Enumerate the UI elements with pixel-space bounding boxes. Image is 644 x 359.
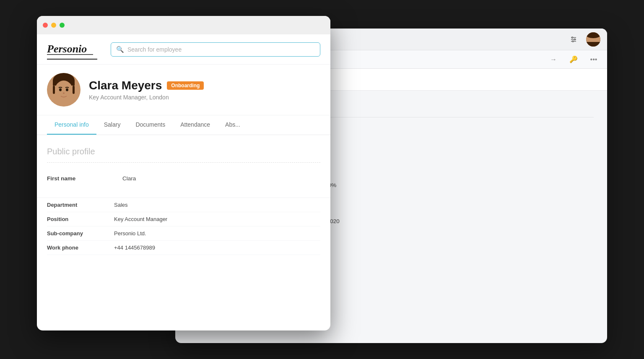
table-label-position: Position <box>47 216 114 222</box>
tab-documents[interactable]: Documents <box>128 115 173 135</box>
user-avatar[interactable] <box>586 32 600 47</box>
profile-content: Public profile First name Clara <box>37 135 330 198</box>
tab-absence[interactable]: Abs... <box>218 115 248 135</box>
public-profile-heading: Public profile <box>47 147 320 156</box>
table-row-subcompany: Sub-company Personio Ltd. <box>47 226 320 241</box>
svg-rect-16 <box>73 86 75 94</box>
table-label-subcompany: Sub-company <box>47 230 114 237</box>
svg-point-12 <box>59 88 62 91</box>
svg-text:Personio: Personio <box>47 43 87 55</box>
employee-avatar <box>47 73 80 107</box>
employee-status-badge: Onboarding <box>167 81 204 90</box>
field-label-firstname: First name <box>47 175 122 182</box>
avatar-image <box>586 32 600 47</box>
search-icon: 🔍 <box>116 46 124 53</box>
chrome-close-button[interactable] <box>43 23 48 28</box>
table-row-workphone: Work phone +44 1445678989 <box>47 241 320 255</box>
personio-logo: Personio <box>47 41 97 58</box>
employee-avatar-svg <box>47 73 80 107</box>
table-label-department: Department <box>47 202 114 208</box>
scene: → 🔑 ••• Onboarding History Roles Notes H… <box>37 16 607 343</box>
tab-salary[interactable]: Salary <box>96 115 128 135</box>
table-row-position: Position Key Account Manager <box>47 212 320 226</box>
chrome-maximize-button[interactable] <box>60 23 65 28</box>
table-value-position: Key Account Manager <box>114 216 167 222</box>
table-row-department: Department Sales <box>47 198 320 212</box>
svg-point-14 <box>63 93 65 94</box>
key-icon[interactable]: 🔑 <box>567 53 580 66</box>
field-value-firstname: Clara <box>122 175 136 182</box>
filter-icon[interactable] <box>567 33 580 46</box>
employee-header: Clara Meyers Onboarding Key Account Mana… <box>37 65 330 115</box>
field-row-firstname: First name Clara <box>47 171 320 186</box>
table-value-subcompany: Personio Ltd. <box>114 230 146 237</box>
profile-tab-bar: Personal info Salary Documents Attendanc… <box>37 115 330 135</box>
employee-info: Clara Meyers Onboarding Key Account Mana… <box>89 79 320 101</box>
svg-point-11 <box>55 81 73 102</box>
tab-attendance[interactable]: Attendance <box>173 115 218 135</box>
login-icon[interactable]: → <box>547 53 560 66</box>
content-divider <box>47 162 320 163</box>
chrome-minimize-button[interactable] <box>51 23 56 28</box>
svg-point-4 <box>574 39 576 40</box>
table-label-workphone: Work phone <box>47 245 114 251</box>
chrome-bar <box>37 16 330 34</box>
table-value-workphone: +44 1445678989 <box>114 245 155 251</box>
svg-point-5 <box>572 41 574 42</box>
bottom-table: Department Sales Position Key Account Ma… <box>37 198 330 255</box>
employee-title: Key Account Manager, London <box>89 94 320 101</box>
svg-point-3 <box>572 37 573 38</box>
employee-name: Clara Meyers Onboarding <box>89 79 320 92</box>
svg-point-13 <box>66 88 68 91</box>
tab-personal-info[interactable]: Personal info <box>47 115 96 135</box>
app-header: Personio 🔍 Search for employee <box>37 34 330 65</box>
table-value-department: Sales <box>114 202 128 208</box>
logo-svg: Personio <box>47 41 97 56</box>
search-placeholder: Search for employee <box>127 46 182 53</box>
more-icon[interactable]: ••• <box>587 53 600 66</box>
svg-rect-15 <box>53 86 55 94</box>
browser-window-front: Personio 🔍 Search for employee <box>37 16 330 330</box>
search-bar[interactable]: 🔍 Search for employee <box>111 42 320 57</box>
